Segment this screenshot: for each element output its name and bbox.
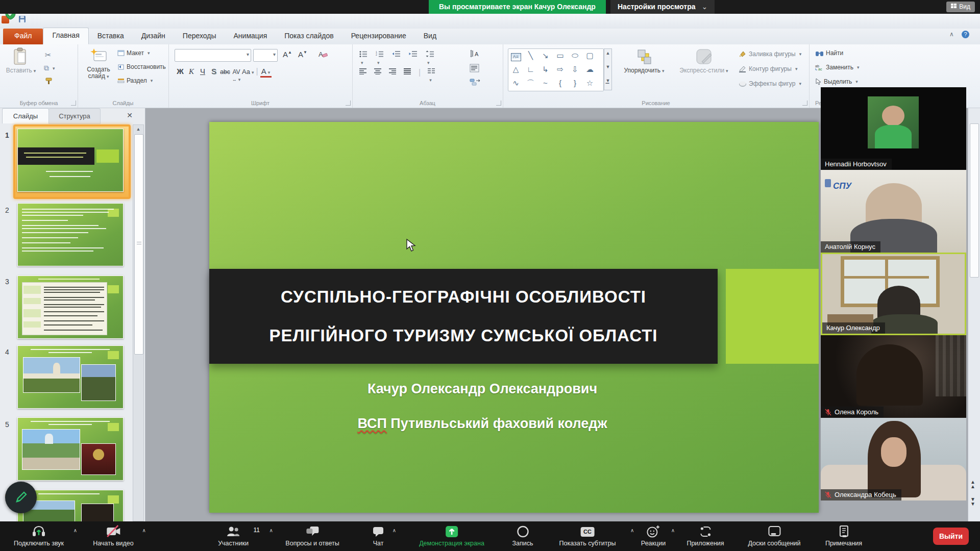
drawing-dialog-launcher[interactable] [802, 101, 807, 106]
shrink-font-button[interactable]: А▼ [297, 50, 308, 59]
slide-thumbnail-1[interactable] [13, 124, 131, 199]
captions-button[interactable]: CC ∧ Показать субтитры [559, 524, 616, 547]
clipboard-dialog-launcher[interactable] [71, 101, 76, 106]
format-painter-button[interactable] [45, 77, 53, 85]
italic-button[interactable]: К [186, 67, 197, 76]
shape-scribble-icon[interactable]: ∿ [508, 77, 523, 90]
align-left-button[interactable] [359, 68, 367, 84]
slide-thumbnail-5[interactable] [17, 417, 124, 481]
panel-tab-slides[interactable]: Слайды [2, 108, 49, 123]
help-icon[interactable]: ? [962, 31, 969, 38]
shape-arrow-icon[interactable]: ↘ [538, 49, 553, 63]
leave-button[interactable]: Выйти [933, 528, 969, 545]
shape-effects-button[interactable]: Эффекты фигур [739, 80, 801, 87]
underline-button[interactable]: Ч [197, 67, 208, 76]
whiteboards-button[interactable]: Доски сообщений [748, 524, 800, 547]
shape-oval-icon[interactable]: ⬭ [568, 49, 582, 63]
decrease-indent-button[interactable] [392, 51, 401, 66]
minimize-ribbon-icon[interactable]: ∧ [949, 31, 954, 38]
select-button[interactable]: Выделить [815, 78, 858, 85]
apps-button[interactable]: Приложения [687, 524, 724, 547]
shapes-more-icon[interactable]: ▼▔ [606, 78, 610, 88]
participants-button[interactable]: 11 ∧ Участники [218, 524, 249, 547]
new-slide-button[interactable]: Создать слайд [82, 47, 115, 80]
record-button[interactable]: Запись [512, 524, 533, 547]
tab-view[interactable]: Вид [415, 29, 445, 44]
shape-outline-button[interactable]: Контур фигуры [739, 65, 797, 72]
shape-left-brace-icon[interactable]: { [553, 77, 568, 90]
bullets-button[interactable] [359, 51, 368, 66]
shape-rounded-rect-icon[interactable]: ▢ [582, 49, 597, 63]
paragraph-dialog-launcher[interactable] [496, 101, 501, 106]
main-scroll-thumb[interactable] [970, 123, 979, 278]
participant-tile[interactable]: Олександра Кобець [821, 418, 966, 500]
clear-formatting-button[interactable]: A [317, 49, 328, 59]
layout-button[interactable]: Макет [117, 49, 150, 57]
tab-animations[interactable]: Анимация [225, 29, 276, 44]
tab-home[interactable]: Главная [43, 28, 88, 44]
slide-thumbnail-3[interactable] [17, 276, 124, 339]
captions-chevron[interactable]: ∧ [630, 528, 634, 533]
bold-button[interactable]: Ж [175, 67, 186, 76]
paste-button[interactable]: Вставить [4, 47, 38, 74]
tab-transitions[interactable]: Переходы [174, 29, 225, 44]
start-video-button[interactable]: ∧ Начать видео [93, 524, 133, 547]
columns-button[interactable] [428, 68, 435, 84]
convert-smartart-button[interactable] [470, 78, 481, 86]
shape-star-icon[interactable]: ☆ [582, 77, 597, 90]
tab-slideshow[interactable]: Показ слайдов [276, 29, 342, 44]
next-slide-icon[interactable]: ▼▼ [970, 497, 975, 506]
view-options-button[interactable]: Настройки просмотра [610, 0, 715, 14]
slide-thumbnail-4[interactable] [17, 345, 124, 409]
find-button[interactable]: Найти [815, 49, 843, 57]
numbering-button[interactable]: 12 [376, 51, 384, 66]
copy-button[interactable]: ⧉ [44, 64, 55, 72]
shape-line-icon[interactable]: ╲ [523, 49, 538, 63]
line-spacing-button[interactable] [426, 51, 434, 66]
align-center-button[interactable] [374, 68, 382, 84]
slide-thumbnail-2[interactable] [17, 203, 124, 266]
tab-design[interactable]: Дизайн [133, 29, 174, 44]
chat-button[interactable]: ∧ Чат [372, 524, 385, 547]
tab-review[interactable]: Рецензирование [342, 29, 415, 44]
character-spacing-button[interactable]: AV↔ [231, 68, 242, 83]
tab-insert[interactable]: Вставка [89, 29, 133, 44]
text-shadow-button[interactable]: S [208, 67, 219, 76]
font-name-combo[interactable] [175, 49, 251, 62]
reset-button[interactable]: Восстановить [117, 63, 166, 70]
share-screen-button[interactable]: Демонстрация экрана [419, 524, 484, 547]
shape-triangle-icon[interactable]: △ [508, 63, 523, 77]
replace-button[interactable]: abac Заменить [815, 64, 859, 71]
shape-down-arrow-icon[interactable]: ⇩ [568, 63, 582, 77]
shape-fill-button[interactable]: Заливка фигуры [739, 51, 801, 58]
audio-options-chevron[interactable]: ∧ [74, 528, 77, 533]
arrange-button[interactable]: Упорядочить [616, 48, 672, 74]
grow-font-button[interactable]: А▲ [282, 50, 293, 59]
change-case-button[interactable]: Aa [242, 68, 254, 76]
font-color-button[interactable]: А [260, 68, 272, 78]
shape-cloud-icon[interactable]: ☁ [582, 63, 597, 77]
reactions-chevron[interactable]: ∧ [671, 528, 675, 533]
shape-elbow-icon[interactable]: ∟ [523, 63, 538, 77]
increase-indent-button[interactable] [409, 51, 418, 66]
align-right-button[interactable] [389, 68, 397, 84]
join-audio-button[interactable]: ∧ Подключить звук [14, 524, 64, 547]
shape-arc-icon[interactable]: ⌒ [523, 77, 538, 90]
shapes-scroll-down-icon[interactable]: ▼ [606, 64, 610, 69]
participant-tile-active[interactable]: Качур Олександр [821, 253, 966, 335]
shape-rectangle-icon[interactable]: ▭ [553, 49, 568, 63]
text-direction-button[interactable]: А [470, 49, 481, 59]
panel-scrollbar[interactable]: ▲ [133, 124, 144, 521]
shape-right-arrow-icon[interactable]: ⇨ [553, 63, 568, 77]
quick-styles-button[interactable]: Экспресс-стили [674, 48, 734, 74]
shapes-gallery[interactable]: A≡ ╲ ↘ ▭ ⬭ ▢ △ ∟ ↳ ⇨ ⇩ ☁ ∿ ⌒ [508, 48, 604, 91]
shapes-scrollbar[interactable]: ▲ ▼ ▼▔ [604, 48, 612, 90]
chat-chevron[interactable]: ∧ [393, 528, 396, 533]
slide-canvas[interactable]: СУСПІЛЬНО-ГЕОГРАФІЧНІ ОСОБЛИВОСТІ РЕЛІГІ… [209, 122, 819, 513]
justify-button[interactable] [404, 68, 411, 84]
shape-textbox-icon[interactable]: A≡ [508, 49, 523, 63]
panel-scroll-up-icon[interactable]: ▲ [133, 125, 143, 132]
qa-button[interactable]: Вопросы и ответы [285, 524, 339, 547]
participant-tile[interactable]: Олена Король [821, 335, 966, 418]
strikethrough-button[interactable]: abc [219, 68, 231, 76]
